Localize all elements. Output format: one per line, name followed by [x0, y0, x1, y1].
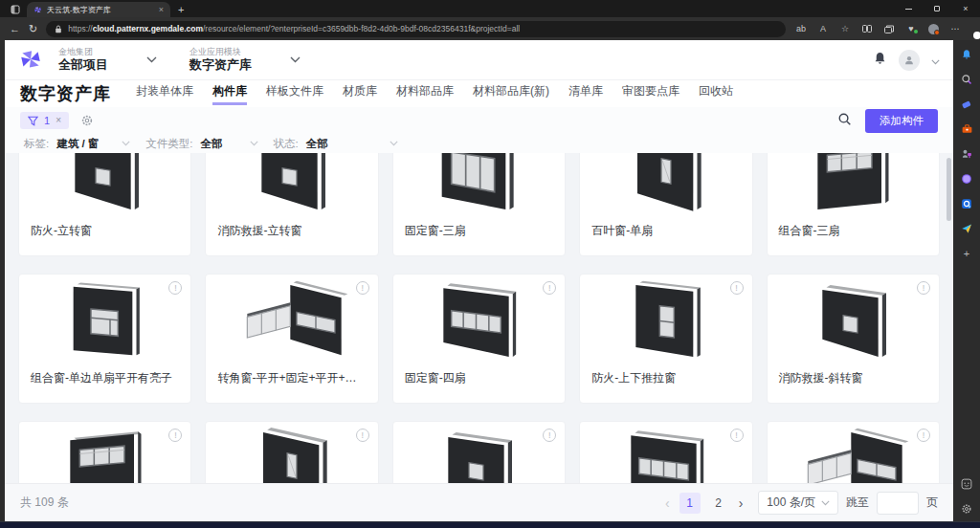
profile-avatar[interactable] [926, 24, 940, 34]
app-logo-pinwheel-icon [18, 48, 43, 73]
card-thumbnail-corner-window-icon [768, 422, 939, 483]
toolbox-icon[interactable] [960, 121, 974, 136]
filter-select[interactable]: 文件类型:全部 [145, 137, 257, 151]
library-tab[interactable]: 封装单体库 [136, 83, 193, 105]
card-info-icon[interactable]: ! [356, 281, 369, 295]
filter-select[interactable]: 状态:全部 [274, 137, 398, 151]
search-icon[interactable] [837, 112, 852, 130]
card-info-icon[interactable]: ! [730, 281, 744, 295]
filter-select-value: 全部 [201, 137, 223, 151]
read-aloud-icon[interactable]: A [816, 24, 830, 33]
card-thumbnail-smallSquare-window-icon [206, 153, 377, 223]
window-maximize-button[interactable] [923, 0, 951, 17]
asset-card[interactable]: ! [579, 421, 752, 483]
browser-window: 天云筑-数字资产库 × + × ← ↻ https://cloud.patter… [0, 0, 980, 528]
favorite-star-icon[interactable]: ☆ [838, 24, 852, 33]
card-title: 消防救援-斜转窗 [768, 370, 939, 386]
workspaces-icon[interactable] [960, 476, 974, 491]
browser-tab[interactable]: 天云筑-数字资产库 × [27, 2, 170, 17]
card-info-icon[interactable]: ! [730, 429, 744, 442]
header-bell-icon[interactable] [873, 51, 887, 70]
next-page-icon[interactable]: › [737, 496, 746, 510]
module-selector[interactable]: 企业应用模块 数字资产库 [189, 47, 301, 74]
asset-card[interactable]: !固定窗-三扇 [392, 153, 566, 256]
asset-card[interactable]: !组合窗-三扇 [767, 153, 940, 256]
asset-card[interactable]: !防火-上下推拉窗 [579, 274, 752, 404]
filter-select[interactable]: 标签:建筑 / 窗 [24, 137, 130, 151]
user-menu-chevron-icon[interactable] [931, 52, 940, 69]
m365-icon[interactable] [960, 171, 974, 186]
library-tabs: 封装单体库构件库样板文件库材质库材料部品库材料部品库(新)清单库审图要点库回收站 [136, 83, 733, 105]
grid-scrollbar[interactable] [947, 158, 951, 221]
asset-card[interactable]: !固定窗-四扇 [392, 274, 566, 404]
active-filter-chip[interactable]: 1 × [20, 112, 69, 129]
card-info-icon[interactable]: ! [917, 281, 930, 295]
org-label: 金地集团 [58, 47, 108, 57]
library-tab[interactable]: 构件库 [212, 83, 247, 105]
tab-title: 天云筑-数字资产库 [47, 5, 154, 15]
library-tab[interactable]: 清单库 [568, 83, 603, 105]
card-info-icon[interactable]: ! [356, 429, 369, 442]
library-tab[interactable]: 样板文件库 [266, 83, 323, 105]
asset-card[interactable]: !转角窗-平开+固定+平开+转角固定... [205, 274, 378, 404]
library-tab[interactable]: 材料部品库 [396, 83, 454, 105]
games-icon[interactable] [960, 146, 974, 161]
add-component-button[interactable]: 添加构件 [865, 109, 938, 133]
window-minimize-button[interactable] [894, 0, 923, 17]
sidebar-settings-gear-icon[interactable] [960, 501, 974, 516]
page-size-select[interactable]: 100 条/页 [758, 491, 838, 515]
pagination-footer: 共 109 条 ‹ 12 › 100 条/页 跳至 页 [5, 483, 953, 521]
card-thumbnail-narrowTall-window-icon [580, 153, 751, 223]
org-value: 全部项目 [58, 57, 108, 73]
card-title: 防火-上下推拉窗 [580, 370, 751, 386]
asset-card[interactable]: !消防救援-立转窗 [205, 153, 378, 256]
tab-close-icon[interactable]: × [159, 6, 164, 14]
browser-essentials-icon[interactable]: ♥ [904, 24, 918, 33]
asset-card[interactable]: !防火-立转窗 [18, 153, 191, 256]
translate-icon[interactable]: ab [794, 24, 808, 33]
search-icon[interactable] [960, 72, 974, 86]
asset-card[interactable]: ! [205, 421, 378, 483]
asset-grid: !防火-立转窗!消防救援-立转窗!固定窗-三扇!百叶窗-单扇!组合窗-三扇!组合… [18, 153, 940, 483]
asset-card[interactable]: ! [18, 421, 191, 483]
org-project-selector[interactable]: 金地集团 全部项目 [58, 47, 157, 74]
asset-card[interactable]: ! [392, 421, 566, 483]
chevron-down-icon [146, 56, 157, 63]
tab-actions-icon[interactable] [8, 3, 23, 16]
card-thumbnail-threePane-window-icon [393, 153, 565, 223]
library-tab[interactable]: 回收站 [699, 83, 733, 105]
page-title: 数字资产库 [20, 82, 111, 105]
card-thumbnail-band3-window-icon [768, 153, 939, 223]
back-icon[interactable]: ← [10, 24, 20, 34]
window-close-button[interactable]: × [951, 0, 980, 17]
drop-icon[interactable] [960, 221, 974, 235]
designer-icon[interactable] [960, 196, 974, 210]
page-button[interactable]: 2 [708, 493, 729, 514]
sidebar-add-icon[interactable]: + [960, 246, 974, 260]
library-tab[interactable]: 审图要点库 [622, 83, 679, 105]
filter-clear-icon[interactable]: × [56, 116, 61, 125]
asset-card[interactable]: ! [767, 421, 940, 483]
user-avatar[interactable] [899, 50, 920, 71]
card-title: 转角窗-平开+固定+平开+转角固定... [206, 370, 377, 386]
address-bar[interactable]: https://cloud.patternx.gemdale.com/resou… [46, 21, 786, 37]
split-screen-icon[interactable] [860, 25, 874, 33]
jump-page-input[interactable] [877, 492, 919, 515]
new-tab-button[interactable]: + [178, 4, 184, 15]
notification-bell-icon[interactable] [960, 47, 974, 61]
refresh-icon[interactable]: ↻ [29, 24, 37, 34]
filter-settings-gear-icon[interactable] [80, 114, 94, 127]
prev-page-icon[interactable]: ‹ [663, 496, 672, 510]
asset-card[interactable]: !百叶窗-单扇 [579, 153, 752, 256]
total-count: 共 109 条 [20, 495, 69, 511]
library-tab[interactable]: 材质库 [343, 83, 377, 105]
asset-card[interactable]: !组合窗-单边单扇平开有亮子 [18, 274, 191, 404]
page-button[interactable]: 1 [679, 493, 701, 514]
asset-card[interactable]: !消防救援-斜转窗 [767, 274, 940, 404]
library-tab[interactable]: 材料部品库(新) [473, 83, 549, 105]
shopping-tag-icon[interactable] [960, 97, 974, 111]
more-menu-icon[interactable]: ⋯ [948, 24, 962, 33]
card-title: 防火-立转窗 [19, 223, 190, 239]
card-info-icon[interactable]: ! [917, 429, 930, 442]
collections-icon[interactable] [882, 25, 896, 33]
